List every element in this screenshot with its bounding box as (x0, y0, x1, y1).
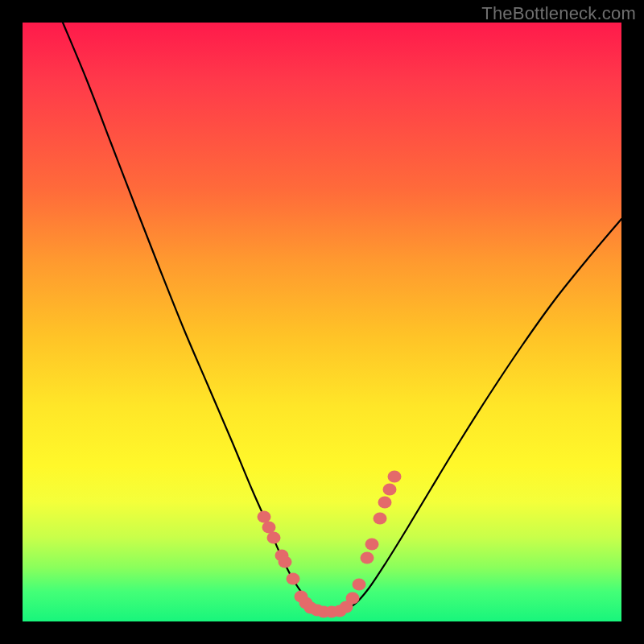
marker-dot (361, 552, 374, 564)
plot-area (23, 23, 621, 621)
marker-dot (374, 513, 387, 525)
marker-group (258, 471, 402, 618)
outer-frame: TheBottleneck.com (0, 0, 644, 644)
marker-dot (388, 471, 402, 483)
chart-svg (23, 23, 621, 621)
bottleneck-curve (63, 23, 621, 612)
marker-dot (287, 573, 300, 585)
marker-dot (353, 579, 366, 591)
marker-dot (279, 556, 292, 568)
marker-dot (267, 532, 281, 544)
marker-dot (262, 522, 276, 534)
marker-dot (383, 484, 397, 496)
marker-dot (258, 511, 271, 523)
marker-dot (378, 497, 392, 509)
watermark-text: TheBottleneck.com (481, 3, 636, 24)
marker-dot (346, 592, 360, 605)
marker-dot (365, 539, 379, 551)
